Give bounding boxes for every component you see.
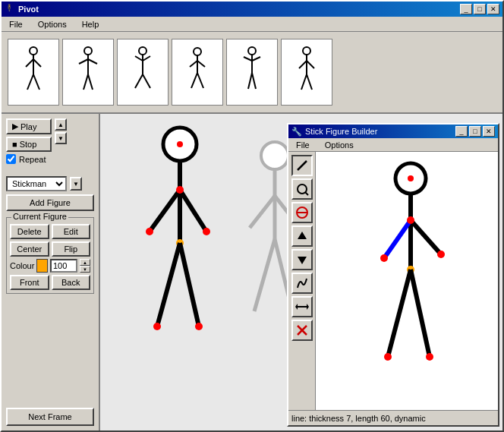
svg-line-27: [252, 57, 260, 61]
sfb-menu-file[interactable]: File: [291, 139, 314, 151]
title-bar: 🕴 Pivot _ □ ✕: [2, 2, 502, 17]
svg-marker-64: [295, 304, 298, 310]
colour-up-button[interactable]: ▲: [80, 259, 90, 266]
close-button[interactable]: ✕: [487, 4, 499, 14]
colour-swatch[interactable]: [36, 259, 48, 273]
sfb-minimize-button[interactable]: _: [455, 126, 468, 137]
colour-spinner: ▲ ▼: [80, 259, 90, 273]
svg-line-35: [307, 74, 312, 90]
sfb-maximize-button[interactable]: □: [469, 126, 481, 137]
divider-1: [6, 167, 94, 173]
svg-line-34: [301, 74, 307, 90]
svg-marker-61: [298, 257, 307, 264]
colour-row: Colour 100 ▲ ▼: [10, 259, 90, 273]
tool-down[interactable]: [291, 249, 313, 270]
scroll-up-button[interactable]: ▲: [55, 118, 67, 131]
svg-line-55: [298, 161, 307, 170]
svg-point-37: [177, 141, 183, 147]
stop-button[interactable]: ■ Stop: [6, 137, 52, 152]
svg-line-72: [411, 220, 441, 254]
delete-button[interactable]: Delete: [10, 224, 49, 239]
tool-remove[interactable]: [291, 320, 313, 341]
canvas-area[interactable]: 🔧 Stick Figure Builder _ □ ✕ File Option…: [100, 114, 502, 430]
main-area: ▶ Play ■ Stop Repeat ▲ ▼: [2, 114, 502, 430]
svg-line-20: [190, 61, 197, 67]
flip-button[interactable]: Flip: [52, 241, 91, 257]
sfb-status-text: line: thickness 7, length 60, dynamic: [291, 414, 426, 423]
tool-extend[interactable]: [291, 296, 313, 317]
sfb-title-left: 🔧 Stick Figure Builder: [291, 127, 377, 137]
sfb-tools: [288, 152, 316, 410]
svg-point-71: [380, 254, 388, 262]
svg-point-0: [30, 47, 37, 55]
sfb-close-button[interactable]: ✕: [483, 126, 495, 137]
frame-thumb-2[interactable]: [62, 39, 114, 106]
svg-marker-63: [307, 304, 309, 310]
svg-line-39: [150, 190, 180, 232]
playback-area: ▶ Play ■ Stop Repeat ▲ ▼: [6, 118, 94, 164]
svg-line-51: [250, 196, 275, 228]
menu-help[interactable]: Help: [77, 18, 104, 30]
svg-line-28: [248, 73, 252, 89]
colour-down-button[interactable]: ▼: [80, 266, 90, 273]
tool-delete[interactable]: [291, 202, 313, 223]
svg-point-68: [408, 175, 414, 181]
menu-file[interactable]: File: [5, 18, 27, 30]
sfb-canvas[interactable]: [316, 152, 498, 410]
tool-curve[interactable]: [291, 273, 313, 294]
next-frame-button[interactable]: Next Frame: [6, 408, 94, 426]
svg-point-48: [195, 323, 203, 330]
frame-thumb-4[interactable]: [172, 39, 223, 106]
svg-line-11: [88, 74, 93, 90]
center-button[interactable]: Center: [10, 241, 49, 257]
svg-line-33: [307, 61, 314, 68]
scroll-arrows: ▲ ▼: [55, 118, 67, 144]
repeat-checkbox[interactable]: [6, 154, 16, 164]
frame-thumb-1[interactable]: [8, 39, 59, 106]
svg-line-2: [26, 59, 33, 67]
sfb-menu-options[interactable]: Options: [320, 139, 358, 151]
play-icon: ▶: [12, 121, 18, 131]
minimize-button[interactable]: _: [460, 4, 472, 14]
tool-circle[interactable]: [291, 178, 313, 200]
edit-button[interactable]: Edit: [52, 224, 91, 239]
sfb-status: line: thickness 7, length 60, dynamic: [288, 410, 498, 425]
frame-thumb-5[interactable]: [226, 39, 278, 106]
app-icon: 🕴: [5, 4, 15, 14]
back-button[interactable]: Back: [52, 275, 91, 290]
svg-line-3: [33, 59, 41, 67]
svg-point-42: [203, 228, 210, 235]
playback-buttons: ▶ Play ■ Stop Repeat: [6, 118, 52, 164]
frame-thumb-6[interactable]: [281, 39, 332, 106]
svg-line-47: [180, 243, 199, 326]
stickman-left: [138, 121, 222, 387]
title-bar-left: 🕴 Pivot: [5, 4, 39, 14]
svg-line-15: [143, 56, 150, 61]
window-title: Pivot: [18, 5, 39, 14]
svg-line-16: [135, 74, 143, 88]
svg-line-78: [411, 270, 430, 357]
maximize-button[interactable]: □: [474, 4, 486, 14]
svg-point-18: [194, 48, 201, 55]
frame-thumb-3[interactable]: [117, 39, 169, 106]
dropdown-arrow[interactable]: ▼: [70, 177, 82, 191]
svg-point-30: [303, 47, 310, 55]
main-window: 🕴 Pivot _ □ ✕ File Options Help: [0, 0, 504, 432]
svg-line-32: [299, 61, 307, 68]
add-figure-button[interactable]: Add Figure: [6, 194, 94, 211]
colour-value[interactable]: 100: [50, 259, 77, 273]
svg-line-45: [157, 243, 180, 326]
tool-up[interactable]: [291, 225, 313, 247]
play-button[interactable]: ▶ Play: [6, 118, 52, 134]
svg-marker-60: [298, 232, 307, 239]
scroll-down-button[interactable]: ▼: [55, 132, 67, 144]
repeat-label[interactable]: Repeat: [6, 154, 52, 164]
sfb-body: [288, 152, 498, 410]
sfb-menu: File Options: [288, 138, 498, 152]
figure-select[interactable]: Stickman: [6, 176, 67, 191]
svg-point-6: [84, 47, 92, 55]
sfb-stickman: [361, 159, 460, 410]
tool-line[interactable]: [291, 155, 313, 176]
menu-options[interactable]: Options: [33, 18, 71, 30]
front-button[interactable]: Front: [10, 275, 49, 290]
